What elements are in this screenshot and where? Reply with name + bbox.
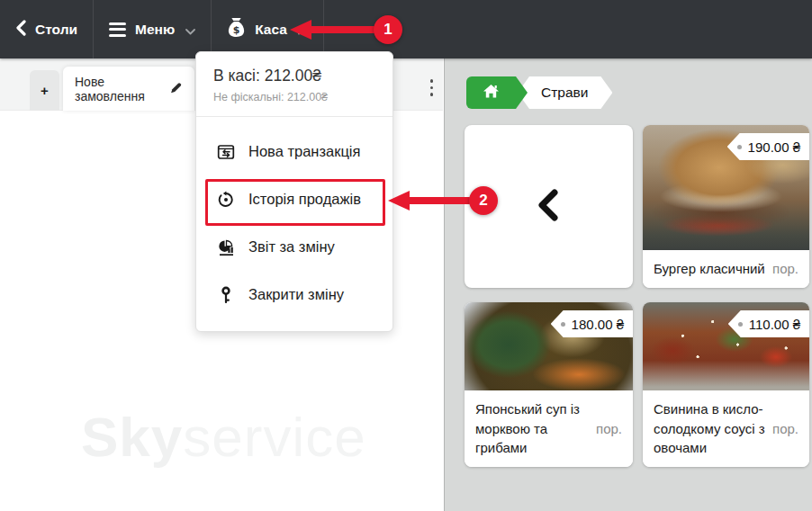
home-icon [482,83,501,103]
category-label: Страви [541,85,588,101]
tab-new-order[interactable]: Нове замовлення [63,67,194,111]
new-order-tab-label: Нове замовлення [75,75,161,103]
product-info: Свинина в кисло-солодкому соусі з овочам… [643,390,809,467]
annotation-arrow-1 [290,20,311,40]
price-tag: 110.00 ₴ [728,310,809,337]
chevron-down-icon [185,22,195,39]
money-bag-icon: $ [227,17,246,41]
annotation-number: 1 [383,21,392,39]
cash-non-fiscal: Не фіскальні: 212.00₴ [213,91,375,103]
skyservice-watermark: Skyservice [81,409,366,465]
price-tag: 180.00 ₴ [551,310,633,337]
price-tag: 190.00 ₴ [727,133,809,160]
cash-balance-block: В касі: 212.00₴ Не фіскальні: 212.00₴ [196,52,392,116]
watermark-bold: Sky [81,406,183,468]
tables-button[interactable]: Столи [0,0,94,58]
annotation-arrow-1-shaft [310,26,375,33]
order-options-kebab-icon[interactable] [429,77,436,98]
annotation-number: 2 [479,192,487,210]
menu-item-shift-report[interactable]: Звіт за зміну [196,223,392,271]
product-unit: пор. [596,419,622,439]
svg-text:$: $ [233,24,240,36]
price-value: 110.00 ₴ [749,317,800,332]
shift-report-icon [216,238,235,256]
product-unit: пор. [772,259,798,279]
product-name: Японський суп із морквою та грибами [475,399,591,458]
menu-item-new-transaction[interactable]: Нова транзакція [196,128,392,175]
menu-item-label: Звіт за зміну [248,238,335,256]
add-order-tab-button[interactable]: + [30,70,59,111]
annotation-arrow-2-shaft [408,197,471,204]
annotation-badge-1: 1 [374,15,402,44]
pencil-icon [169,81,183,97]
menu-button[interactable]: Меню [94,0,212,58]
product-card-soup[interactable]: 180.00 ₴ Японський суп із морквою та гри… [465,302,633,467]
price-value: 180.00 ₴ [572,317,624,332]
breadcrumb-home-button[interactable] [466,76,528,109]
product-info: Японський суп із морквою та грибами пор. [465,390,633,467]
close-shift-icon [216,286,235,304]
menu-item-label: Закрити зміну [248,286,344,303]
catalog-panel: Страви 190.00 ₴ Бургер класичний пор. [444,58,812,511]
breadcrumb: Страви [466,76,612,109]
tables-label: Столи [35,22,77,38]
chevron-left-icon [533,188,565,226]
annotation-badge-2: 2 [469,186,498,215]
product-name: Свинина в кисло-солодкому соусі з овочам… [654,399,767,458]
price-value: 190.00 ₴ [748,139,800,155]
product-card-burger[interactable]: 190.00 ₴ Бургер класичний пор. [643,125,809,288]
product-unit: пор. [772,419,798,439]
hamburger-icon [109,22,126,37]
product-card-pork[interactable]: 110.00 ₴ Свинина в кисло-солодкому соусі… [643,302,809,467]
product-name: Бургер класичний [654,259,767,279]
watermark-light: service [183,406,365,468]
pos-app: Столи Меню $ Каса [0,0,812,511]
menu-item-close-shift[interactable]: Закрити зміну [196,271,392,318]
menu-label: Меню [135,22,175,38]
menu-item-label: Нова транзакція [248,143,360,160]
plus-icon: + [41,83,49,98]
chevron-left-icon [15,20,26,40]
highlight-box-sales-history [205,179,385,226]
new-transaction-icon [216,143,235,161]
cash-label: Каса [255,22,287,38]
annotation-arrow-2 [388,191,410,211]
top-nav: Столи Меню $ Каса [0,0,812,58]
breadcrumb-category[interactable]: Страви [518,76,612,109]
cash-balance: В касі: 212.00₴ [213,67,375,85]
product-grid: 190.00 ₴ Бургер класичний пор. 180.00 ₴ … [465,125,809,467]
product-info: Бургер класичний пор. [643,250,809,288]
